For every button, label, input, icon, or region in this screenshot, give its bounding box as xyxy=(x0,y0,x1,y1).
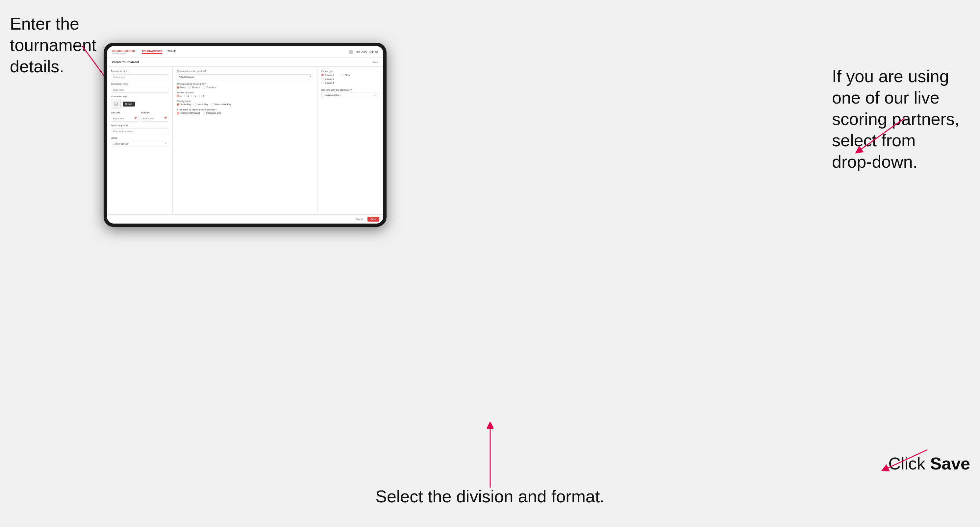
user-label: Test User | xyxy=(356,51,367,53)
sponsor-input[interactable] xyxy=(111,128,169,134)
navbar: SCOREBOARD Powered by Clippit TOURNAMENT… xyxy=(107,46,383,58)
tournament-logo-group: Tournament logo Upload xyxy=(111,95,169,109)
name-input[interactable] xyxy=(111,87,169,93)
nav-right: Test User | Sign out xyxy=(349,50,378,54)
division-select[interactable]: NCAA Division I xyxy=(177,74,313,80)
rounds-4[interactable]: 4 xyxy=(199,95,204,97)
venue-group: Venue ▼ xyxy=(111,137,169,147)
end-date-label: End date xyxy=(141,111,169,114)
sign-out-link[interactable]: Sign out xyxy=(369,51,378,53)
format-6count4-radio[interactable] xyxy=(321,78,324,80)
form-footer: Cancel Save xyxy=(107,214,383,224)
logo-text: SCOREBOARD xyxy=(112,49,135,52)
rounds-1[interactable]: 1 xyxy=(177,95,181,97)
teams-radio-group: Teams (+Individuals) Individuals Only xyxy=(177,112,313,114)
scoring-stroke[interactable]: Stroke Play xyxy=(177,103,191,106)
format-type-group: Format type 5 count 4 6 count 4 xyxy=(321,70,379,86)
live-scoring-label: Use third-party live scoring API? xyxy=(321,89,379,91)
calendar-icon-end: 📅 xyxy=(164,117,167,119)
live-scoring-group: Use third-party live scoring API? Leader… xyxy=(321,89,379,98)
scoring-medal-radio[interactable] xyxy=(210,103,213,106)
scoring-match[interactable]: Match Play xyxy=(194,103,208,106)
scoring-stroke-radio[interactable] xyxy=(177,103,179,106)
teams-individuals[interactable]: Individuals Only xyxy=(203,112,221,114)
form-col-right: Format type 5 count 4 6 count 4 xyxy=(317,67,383,214)
format-other: Other xyxy=(341,74,350,86)
format-6count4[interactable]: 6 count 4 xyxy=(321,78,334,80)
format-6count5-radio[interactable] xyxy=(321,81,324,84)
format-6count5[interactable]: 6 count 5 xyxy=(321,81,334,84)
start-date-group: Start date 📅 xyxy=(111,111,138,122)
format-other-item[interactable]: Other xyxy=(341,74,350,76)
rounds-1-radio[interactable] xyxy=(177,95,179,97)
gender-combined-radio[interactable] xyxy=(203,86,205,89)
teams-individuals-radio[interactable] xyxy=(203,112,205,114)
logo-upload-area: Upload xyxy=(111,99,169,109)
logo-label: Tournament logo xyxy=(111,95,169,98)
rounds-2[interactable]: 2 xyxy=(184,95,189,97)
rounds-radio-group: 1 2 3 4 xyxy=(177,95,313,97)
format-5count4-radio[interactable] xyxy=(321,74,324,76)
scoring-match-radio[interactable] xyxy=(194,103,196,106)
live-scoring-remove[interactable]: × xyxy=(340,94,341,96)
nav-items: TOURNAMENTS TEAMS xyxy=(142,50,349,54)
tournament-name-group: Tournament name xyxy=(111,83,169,93)
scoring-radio-group: Stroke Play Match Play Medal Match Play xyxy=(177,103,313,106)
arrow-bc xyxy=(487,422,493,494)
avatar xyxy=(349,50,353,54)
venue-input[interactable] xyxy=(111,141,169,147)
form-col-mid: Which division is the event for? NCAA Di… xyxy=(173,67,317,214)
start-date-label: Start date xyxy=(111,111,138,114)
live-scoring-field[interactable]: Leaderboard King × ▲▼ xyxy=(321,92,379,98)
rounds-3[interactable]: 3 xyxy=(191,95,196,97)
back-button[interactable]: ‹ Back xyxy=(371,61,378,63)
division-group: Which division is the event for? NCAA Di… xyxy=(177,70,313,80)
format-other-radio[interactable] xyxy=(341,74,344,76)
nav-item-teams[interactable]: TEAMS xyxy=(167,50,177,54)
annotation-bottom-center: Select the division and format. xyxy=(375,486,605,507)
upload-button[interactable]: Upload xyxy=(123,102,135,106)
end-date-group: End date 📅 xyxy=(141,111,169,122)
name-label: Tournament name xyxy=(111,83,169,85)
rounds-label: Number of rounds xyxy=(177,91,313,94)
logo-area: SCOREBOARD Powered by Clippit xyxy=(112,49,135,55)
gender-mens-radio[interactable] xyxy=(177,86,179,89)
gender-group: Which gender is the event for? Mens Wome… xyxy=(177,83,313,89)
tablet-screen: SCOREBOARD Powered by Clippit TOURNAMENT… xyxy=(107,46,383,224)
format-5count4[interactable]: 5 count 4 xyxy=(321,74,334,76)
teams-group: Is this event for Teams and/or Individua… xyxy=(177,108,313,114)
date-row: Start date 📅 End date 📅 xyxy=(111,111,169,124)
rounds-2-radio[interactable] xyxy=(184,95,187,97)
host-input[interactable] xyxy=(111,74,169,80)
scoring-group: Scoring system Stroke Play Match Play xyxy=(177,100,313,106)
teams-teams[interactable]: Teams (+Individuals) xyxy=(177,112,200,114)
annotation-bottom-right: Click Save xyxy=(888,453,970,475)
rounds-4-radio[interactable] xyxy=(199,95,202,97)
cancel-button[interactable]: Cancel xyxy=(353,217,366,222)
teams-label: Is this event for Teams and/or Individua… xyxy=(177,108,313,111)
gender-combined[interactable]: Combined xyxy=(203,86,216,89)
tournament-host-group: Tournament Host xyxy=(111,70,169,80)
gender-womens-radio[interactable] xyxy=(188,86,191,89)
save-button[interactable]: Save xyxy=(368,217,379,222)
rounds-3-radio[interactable] xyxy=(191,95,194,97)
division-label: Which division is the event for? xyxy=(177,70,313,72)
gender-mens[interactable]: Mens xyxy=(177,86,186,89)
form-title: Create Tournament xyxy=(112,60,139,64)
scoring-medal-match[interactable]: Medal Match Play xyxy=(210,103,231,106)
calendar-icon-start: 📅 xyxy=(134,117,137,119)
venue-label: Venue xyxy=(111,137,169,139)
rounds-group: Number of rounds 1 2 xyxy=(177,91,313,97)
live-scoring-tag: Leaderboard King × xyxy=(324,94,342,96)
form-col-left: Tournament Host Tournament name Tourname… xyxy=(107,67,173,214)
teams-teams-radio[interactable] xyxy=(177,112,179,114)
format-type-label: Format type xyxy=(321,70,379,72)
annotation-top-right: If you are using one of our live scoring… xyxy=(832,66,970,173)
host-label: Tournament Host xyxy=(111,70,169,72)
nav-item-tournaments[interactable]: TOURNAMENTS xyxy=(142,50,162,54)
gender-radio-group: Mens Womens Combined xyxy=(177,86,313,89)
gender-womens[interactable]: Womens xyxy=(188,86,200,89)
sponsor-group: Sponsor (optional) xyxy=(111,124,169,135)
tablet-frame: SCOREBOARD Powered by Clippit TOURNAMENT… xyxy=(103,43,387,227)
form-header: Create Tournament ‹ Back xyxy=(107,58,383,67)
